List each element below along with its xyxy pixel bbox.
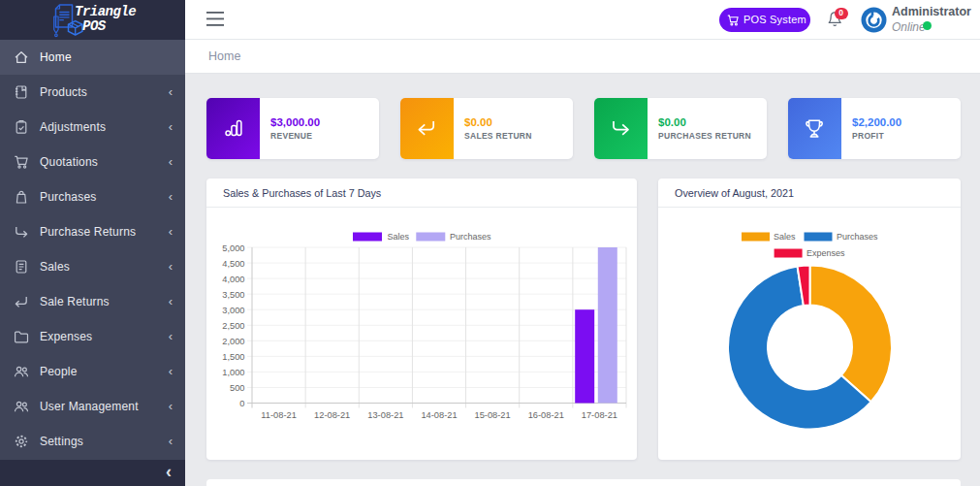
svg-text:4,500: 4,500: [222, 259, 244, 269]
svg-text:1,000: 1,000: [222, 368, 244, 377]
svg-text:Sales: Sales: [388, 232, 410, 242]
svg-text:2,500: 2,500: [222, 321, 244, 331]
svg-text:500: 500: [230, 383, 245, 393]
svg-text:2,000: 2,000: [222, 337, 244, 346]
svg-text:13-08-21: 13-08-21: [367, 410, 403, 420]
svg-text:3,500: 3,500: [222, 290, 244, 300]
svg-text:15-08-21: 15-08-21: [474, 410, 510, 420]
svg-text:Sales: Sales: [774, 232, 796, 242]
svg-text:4,000: 4,000: [222, 275, 244, 284]
svg-text:14-08-21: 14-08-21: [421, 410, 457, 420]
svg-text:5,000: 5,000: [222, 243, 244, 253]
svg-text:Purchases: Purchases: [450, 232, 491, 242]
svg-text:Expenses: Expenses: [806, 248, 845, 258]
svg-text:16-08-21: 16-08-21: [528, 410, 564, 420]
svg-text:17-08-21: 17-08-21: [582, 410, 617, 420]
svg-text:Purchases: Purchases: [837, 232, 878, 242]
svg-text:1,500: 1,500: [222, 352, 244, 362]
svg-text:3,000: 3,000: [222, 306, 244, 315]
svg-text:11-08-21: 11-08-21: [261, 410, 297, 420]
svg-text:0: 0: [239, 399, 244, 408]
svg-text:12-08-21: 12-08-21: [314, 410, 350, 420]
